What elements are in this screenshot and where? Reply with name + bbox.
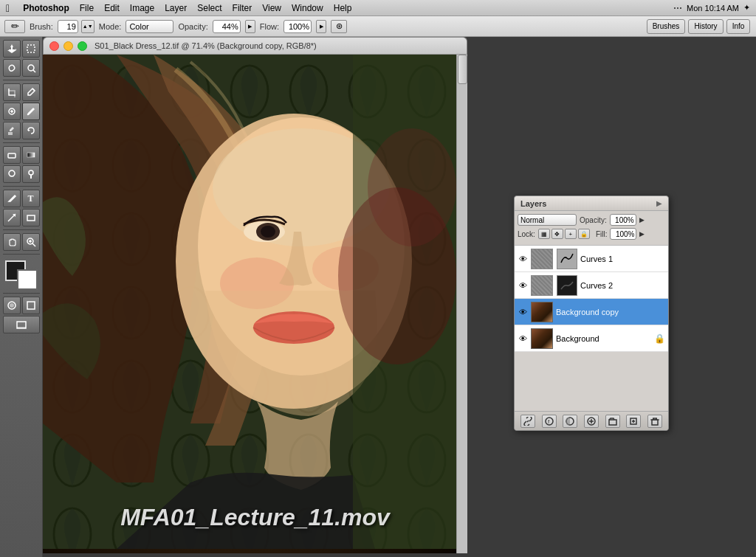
brushes-panel-tab[interactable]: Brushes — [647, 19, 685, 34]
opacity-arrow[interactable]: ▶ — [639, 216, 645, 224]
vertical-scrollbar[interactable] — [456, 55, 467, 553]
gradient-tool[interactable] — [22, 146, 40, 164]
layer-visibility-bg-copy[interactable]: 👁 — [518, 307, 528, 317]
eyedropper-tool[interactable] — [22, 83, 40, 101]
tool-row-6 — [3, 146, 40, 164]
tool-divider-6 — [3, 293, 40, 294]
pen-tool[interactable] — [3, 190, 21, 207]
menu-select[interactable]: Select — [197, 3, 221, 13]
crop-tool[interactable] — [3, 83, 21, 101]
close-button[interactable] — [49, 41, 59, 51]
tool-row-9 — [3, 209, 40, 226]
layer-effects-btn[interactable]: f — [542, 415, 557, 428]
layer-mask-btn[interactable] — [563, 415, 577, 428]
airbrush-icon[interactable]: ⊛ — [331, 20, 347, 33]
menu-edit[interactable]: Edit — [104, 3, 120, 13]
screen-mode-btn[interactable] — [3, 316, 40, 333]
brush-tool-icon[interactable]: ✏ — [4, 20, 25, 33]
move-tool[interactable] — [3, 40, 21, 58]
text-tool[interactable]: T — [22, 190, 40, 207]
menu-file[interactable]: File — [80, 3, 94, 13]
lock-all-btn[interactable]: + — [565, 229, 577, 239]
menu-photoshop[interactable]: Photoshop — [23, 3, 69, 13]
menu-layer[interactable]: Layer — [165, 3, 187, 13]
layer-item-bg-copy[interactable]: 👁 Background copy — [515, 299, 668, 325]
menu-help[interactable]: Help — [334, 3, 352, 13]
brush-size-stepper[interactable]: ▲▼ — [81, 20, 94, 33]
history-panel-tab[interactable]: History — [688, 19, 724, 34]
eraser-tool[interactable] — [3, 146, 21, 164]
svg-point-2 — [28, 65, 34, 71]
menu-window[interactable]: Window — [292, 3, 323, 13]
lock-row: Lock: ▦ ✥ + 🔒 Fill: ▶ — [518, 228, 665, 240]
tool-divider-2 — [3, 142, 40, 143]
blend-mode-select[interactable]: Normal Multiply Screen Overlay Color — [518, 214, 577, 226]
brush-tool[interactable] — [22, 103, 40, 120]
fill-arrow[interactable]: ▶ — [639, 230, 645, 238]
adjustment-layer-btn[interactable] — [584, 415, 599, 428]
rectangle-tool[interactable] — [22, 209, 40, 226]
lasso-tool[interactable] — [3, 59, 21, 77]
menu-image[interactable]: Image — [130, 3, 154, 13]
tool-divider-1 — [3, 80, 40, 80]
opacity-value-input[interactable] — [610, 214, 636, 226]
clone-stamp-tool[interactable] — [3, 122, 21, 139]
layer-mask-curves2 — [557, 275, 577, 296]
layer-visibility-curves1[interactable]: 👁 — [518, 254, 528, 264]
link-layers-btn[interactable] — [520, 415, 535, 428]
menu-view[interactable]: View — [262, 3, 281, 13]
lock-position-btn[interactable]: ✥ — [551, 229, 563, 239]
layer-thumb-bg-copy — [531, 302, 553, 322]
quick-select-tool[interactable] — [22, 59, 40, 77]
apple-menu[interactable]:  — [6, 2, 10, 14]
layers-panel-title: Layers — [520, 199, 546, 208]
brush-size-input[interactable] — [58, 20, 78, 33]
flow-input[interactable] — [284, 20, 312, 33]
scroll-thumb[interactable] — [458, 55, 467, 84]
new-group-btn[interactable] — [605, 415, 620, 428]
marquee-tool[interactable] — [22, 40, 40, 58]
healing-tool[interactable] — [3, 103, 21, 120]
opacity-input[interactable] — [213, 20, 241, 33]
history-brush-tool[interactable] — [22, 122, 40, 139]
layers-panel-header: Layers ▶ — [515, 196, 668, 211]
flow-stepper[interactable]: ▶ — [316, 20, 326, 33]
layer-name-background: Background — [556, 334, 651, 343]
fill-value-input[interactable] — [610, 228, 636, 240]
layer-item-background[interactable]: 👁 Background 🔒 — [515, 325, 668, 352]
standard-mode[interactable] — [22, 297, 40, 314]
zoom-tool[interactable] — [22, 233, 40, 251]
layer-item-curves2[interactable]: 👁 Curves 2 — [515, 272, 668, 299]
svg-rect-10 — [27, 153, 35, 157]
background-color[interactable] — [17, 269, 38, 290]
layer-item-curves1[interactable]: 👁 Curves 1 — [515, 246, 668, 272]
mode-select[interactable]: Color Normal Multiply — [126, 20, 173, 33]
minimize-button[interactable] — [63, 41, 73, 51]
mode-label: Mode: — [99, 22, 122, 31]
lock-icon-btn4[interactable]: 🔒 — [578, 229, 590, 239]
layers-panel-menu-icon[interactable]: ▶ — [656, 199, 662, 207]
layer-name-curves1: Curves 1 — [580, 255, 665, 263]
info-panel-tab[interactable]: Info — [726, 19, 750, 34]
svg-point-37 — [261, 226, 275, 238]
menu-filter[interactable]: Filter — [233, 3, 252, 13]
layer-visibility-curves2[interactable]: 👁 — [518, 280, 528, 291]
path-selection-tool[interactable] — [3, 209, 21, 226]
new-layer-btn[interactable] — [626, 415, 641, 428]
delete-layer-btn[interactable] — [647, 415, 662, 428]
document-content[interactable]: MFA01_Lecture_11.mov — [43, 55, 467, 553]
opacity-stepper[interactable]: ▶ — [245, 20, 255, 33]
tool-row-7 — [3, 165, 40, 183]
quick-mask-mode[interactable] — [3, 297, 21, 314]
blur-tool[interactable] — [3, 165, 21, 183]
lock-pixels-btn[interactable]: ▦ — [538, 229, 550, 239]
layers-panel-empty-space[interactable] — [515, 352, 668, 411]
svg-rect-23 — [27, 302, 35, 309]
svg-line-42 — [527, 421, 529, 422]
layers-panel-toolbar: f — [515, 411, 668, 430]
tool-row-modes — [3, 297, 40, 314]
hand-tool[interactable] — [3, 233, 21, 251]
dodge-tool[interactable] — [22, 165, 40, 183]
maximize-button[interactable] — [78, 41, 87, 51]
layer-visibility-background[interactable]: 👁 — [518, 333, 528, 344]
